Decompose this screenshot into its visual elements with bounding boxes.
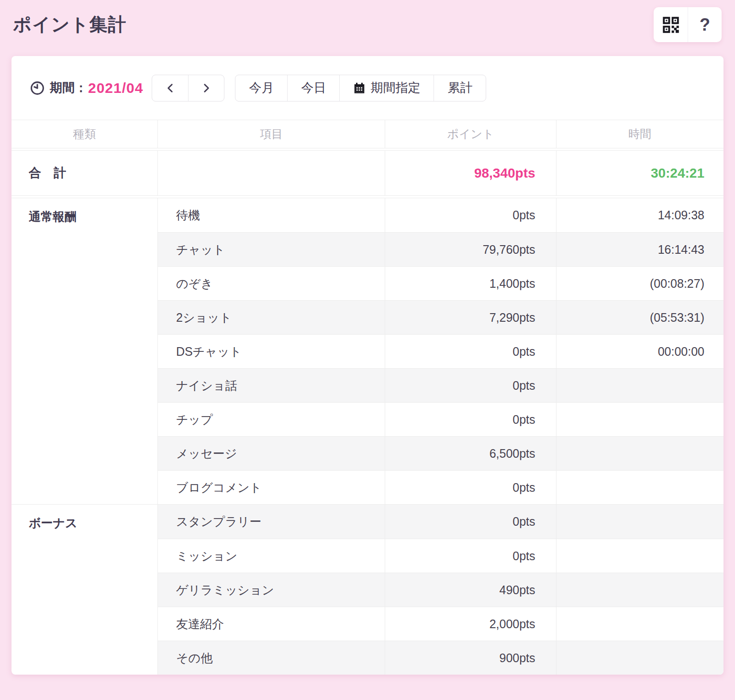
cumulative-button[interactable]: 累計 xyxy=(434,75,486,101)
row-points: 900pts xyxy=(385,641,556,675)
row-points: 0pts xyxy=(385,539,556,573)
cumulative-label: 累計 xyxy=(447,79,472,96)
row-time xyxy=(556,641,724,675)
column-header-time: 時間 xyxy=(556,120,724,148)
row-time xyxy=(556,402,724,436)
row-item: その他 xyxy=(157,641,385,675)
row-item: ブログコメント xyxy=(157,470,385,504)
row-item: メッセージ xyxy=(157,436,385,470)
table-body: 通常報酬待機0pts14:09:38チャット79,760pts16:14:43の… xyxy=(11,198,724,675)
row-item: 友達紹介 xyxy=(157,607,385,641)
row-time: 00:00:00 xyxy=(556,334,724,368)
row-time xyxy=(556,539,724,573)
row-item: ミッション xyxy=(157,539,385,573)
this-month-label: 今月 xyxy=(249,79,274,96)
row-item: チップ xyxy=(157,402,385,436)
period-value: 2021/04 xyxy=(88,80,143,96)
points-table: 種類 項目 ポイント 時間 合 計 98,340pts 30:24:21 通常報… xyxy=(11,120,724,675)
table-header: 種類 項目 ポイント 時間 xyxy=(11,120,724,148)
column-header-item: 項目 xyxy=(157,120,385,148)
row-time: (00:08:27) xyxy=(556,266,724,300)
question-mark-icon: ? xyxy=(700,15,710,35)
date-range-label: 期間指定 xyxy=(370,79,420,96)
today-label: 今日 xyxy=(301,79,326,96)
row-item: ゲリラミッション xyxy=(157,573,385,607)
period-label: 期間： xyxy=(50,79,87,96)
row-points: 79,760pts xyxy=(385,232,556,266)
total-label: 合 計 xyxy=(11,151,157,195)
page-title: ポイント集計 xyxy=(13,12,127,37)
row-points: 0pts xyxy=(385,505,556,539)
row-time xyxy=(556,436,724,470)
row-points: 490pts xyxy=(385,573,556,607)
row-item: スタンプラリー xyxy=(157,505,385,539)
column-header-points: ポイント xyxy=(385,120,556,148)
row-time xyxy=(556,607,724,641)
row-time: 14:09:38 xyxy=(556,198,724,232)
total-points: 98,340pts xyxy=(385,151,556,195)
header-actions: ? xyxy=(654,7,722,42)
row-item: DSチャット xyxy=(157,334,385,368)
column-header-type: 種類 xyxy=(11,120,157,148)
total-row: 合 計 98,340pts 30:24:21 xyxy=(11,150,724,196)
prev-month-button[interactable] xyxy=(152,75,188,101)
row-time xyxy=(556,505,724,539)
table-section: ボーナススタンプラリー0ptsミッション0ptsゲリラミッション490pts友達… xyxy=(11,504,724,675)
chevron-left-icon xyxy=(164,82,177,94)
category-cell: ボーナス xyxy=(11,505,157,675)
chevron-right-icon xyxy=(200,82,212,94)
row-item: チャット xyxy=(157,232,385,266)
this-month-button[interactable]: 今月 xyxy=(235,75,287,101)
row-points: 7,290pts xyxy=(385,300,556,334)
row-points: 6,500pts xyxy=(385,436,556,470)
row-points: 0pts xyxy=(385,402,556,436)
row-points: 0pts xyxy=(385,470,556,504)
qr-code-button[interactable] xyxy=(654,7,688,42)
row-time: (05:53:31) xyxy=(556,300,724,334)
total-time: 30:24:21 xyxy=(556,151,724,195)
row-time xyxy=(556,368,724,402)
today-button[interactable]: 今日 xyxy=(287,75,339,101)
row-points: 1,400pts xyxy=(385,266,556,300)
total-spacer xyxy=(157,151,385,195)
calendar-icon xyxy=(353,82,366,94)
row-item: 待機 xyxy=(157,198,385,232)
next-month-button[interactable] xyxy=(188,75,224,101)
date-range-button[interactable]: 期間指定 xyxy=(339,75,434,101)
help-button[interactable]: ? xyxy=(688,7,722,42)
row-item: のぞき xyxy=(157,266,385,300)
row-item: ナイショ話 xyxy=(157,368,385,402)
row-item: 2ショット xyxy=(157,300,385,334)
row-points: 0pts xyxy=(385,334,556,368)
period-bar: 期間： 2021/04 今月 今日 xyxy=(11,56,724,120)
top-bar: ポイント集計 ? xyxy=(0,0,735,49)
row-time xyxy=(556,573,724,607)
row-time: 16:14:43 xyxy=(556,232,724,266)
row-points: 0pts xyxy=(385,368,556,402)
period-nav-group xyxy=(152,75,224,102)
category-cell: 通常報酬 xyxy=(11,198,157,504)
qr-code-icon xyxy=(661,15,680,34)
table-section: 通常報酬待機0pts14:09:38チャット79,760pts16:14:43の… xyxy=(11,198,724,504)
period-range-group: 今月 今日 xyxy=(235,75,486,102)
row-points: 2,000pts xyxy=(385,607,556,641)
clock-icon xyxy=(30,80,45,96)
row-time xyxy=(556,470,724,504)
summary-card: 期間： 2021/04 今月 今日 xyxy=(11,56,724,675)
row-points: 0pts xyxy=(385,198,556,232)
